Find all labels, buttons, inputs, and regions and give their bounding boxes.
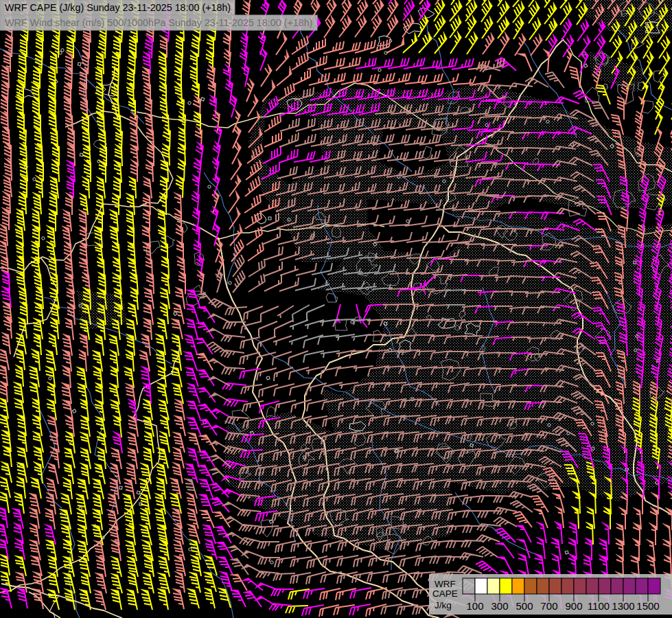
svg-text:700: 700 — [540, 600, 557, 612]
svg-text:900: 900 — [565, 600, 582, 612]
svg-text:WRF: WRF — [435, 579, 456, 589]
svg-text:CAPE: CAPE — [432, 588, 458, 599]
svg-text:1300: 1300 — [612, 600, 634, 612]
svg-text:WRF CAPE (J/kg) Sunday 23-11-2: WRF CAPE (J/kg) Sunday 23-11-2025 18:00 … — [5, 2, 231, 13]
svg-text:100: 100 — [466, 600, 483, 612]
svg-text:500: 500 — [515, 600, 533, 612]
svg-text:J/kg: J/kg — [435, 600, 452, 610]
svg-text:300: 300 — [491, 600, 508, 612]
svg-text:1500: 1500 — [636, 600, 659, 612]
svg-text:WRF Wind shear (m/s) 500/1000h: WRF Wind shear (m/s) 500/1000hPa Sunday … — [5, 17, 312, 28]
svg-text:1100: 1100 — [588, 600, 610, 612]
